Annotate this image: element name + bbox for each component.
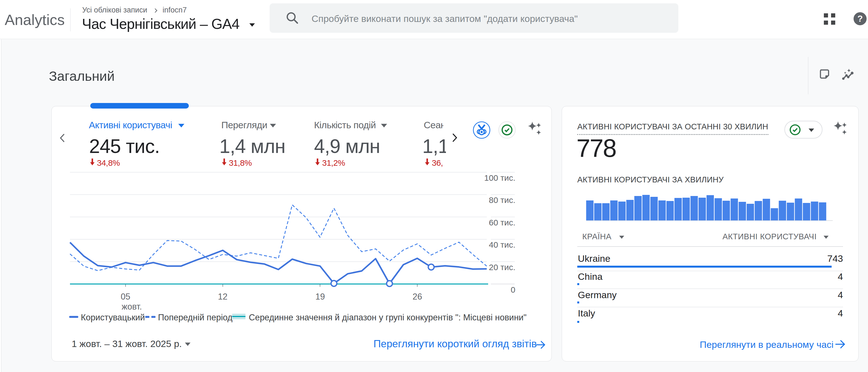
svg-text:26: 26 xyxy=(413,292,422,302)
svg-text:60 тис.: 60 тис. xyxy=(489,218,515,227)
svg-text:100 тис.: 100 тис. xyxy=(484,173,515,182)
svg-text:12: 12 xyxy=(218,292,227,302)
svg-text:жовт.: жовт. xyxy=(122,302,142,311)
svg-text:0: 0 xyxy=(510,285,515,294)
svg-text:80 тис.: 80 тис. xyxy=(489,195,515,205)
svg-text:05: 05 xyxy=(121,292,130,302)
svg-text:20 тис.: 20 тис. xyxy=(489,262,515,272)
svg-text:19: 19 xyxy=(315,292,325,302)
svg-text:40 тис.: 40 тис. xyxy=(489,240,515,249)
